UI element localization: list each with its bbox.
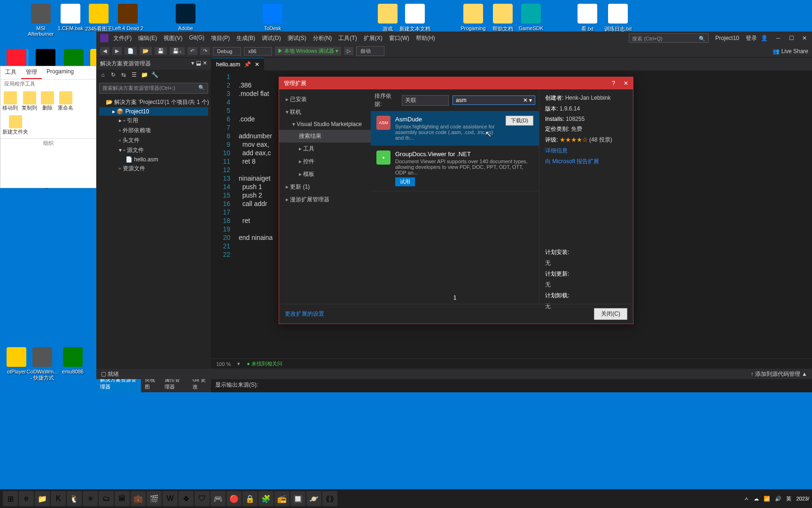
nav-online[interactable]: 联机 xyxy=(279,106,371,119)
taskbar-item[interactable]: 🐧 xyxy=(67,491,82,506)
extension-result-item[interactable]: ●GroupDocs.Viewer for .NETDocument Viewe… xyxy=(371,146,539,191)
taskbar-item[interactable]: 💼 xyxy=(131,491,146,506)
taskbar-item[interactable]: 🔲 xyxy=(290,491,305,506)
redo-button[interactable]: ↷ xyxy=(200,47,210,55)
no-debug-button[interactable]: ▷ xyxy=(344,47,353,55)
taskbar-item[interactable]: e xyxy=(19,491,34,506)
taskbar-item[interactable]: W xyxy=(163,491,178,506)
sync-icon[interactable]: ⇆ xyxy=(120,71,127,79)
tray-item[interactable]: ㅅ xyxy=(744,495,749,502)
desktop-icon[interactable]: 2345看图王 xyxy=(82,4,115,32)
menu-item[interactable]: 项目(P) xyxy=(208,32,233,44)
taskbar-item[interactable]: 🛡 xyxy=(195,491,210,506)
platform-select[interactable]: x86 xyxy=(244,47,272,56)
extension-result-item[interactable]: ASMAsmDudeSyntax highlighting and code a… xyxy=(371,111,539,146)
explorer-tab[interactable]: 管理 xyxy=(21,66,42,79)
maximize-button[interactable]: ☐ xyxy=(788,35,795,41)
sources-node[interactable]: ▾ ▫ 源文件 xyxy=(99,145,208,155)
taskbar-item[interactable]: 📁 xyxy=(35,491,50,506)
extension-search-input[interactable]: asm ✕ ▾ xyxy=(453,95,535,105)
solution-search-input[interactable]: 搜索解决方案资源管理器(Ctrl+;) 🔍 xyxy=(99,83,208,94)
desktop-icon[interactable]: CoDWaWm... - 快捷方式 xyxy=(26,347,59,381)
taskbar-item[interactable]: 🎬 xyxy=(147,491,162,506)
tray-item[interactable]: 英 xyxy=(786,495,791,502)
references-node[interactable]: ▸ ▫ 引用 xyxy=(99,116,208,126)
try-button[interactable]: 试用 xyxy=(395,177,415,186)
explorer-tab[interactable]: Progaming xyxy=(42,66,78,79)
menu-item[interactable]: 扩展(X) xyxy=(361,32,385,44)
desktop-icon[interactable]: MSI Afterburner xyxy=(24,4,57,37)
taskbar-item[interactable]: 🔒 xyxy=(242,491,258,506)
taskbar-item[interactable]: ✳ xyxy=(83,491,98,506)
taskbar-item[interactable]: 🧩 xyxy=(258,491,273,506)
desktop-icon[interactable]: ToDesk xyxy=(256,4,289,31)
menu-item[interactable]: 帮助(H) xyxy=(413,32,438,44)
taskbar-item[interactable]: K xyxy=(51,491,66,506)
menu-item[interactable]: Git(G) xyxy=(186,32,207,44)
pin-icon[interactable]: 📌 xyxy=(244,61,251,68)
resources-node[interactable]: ▫ 资源文件 xyxy=(99,164,208,174)
source-content[interactable]: .386.model flat.codeaddnumber mov eax, a… xyxy=(235,71,276,358)
show-all-icon[interactable]: 📁 xyxy=(141,71,148,79)
properties-icon[interactable]: 🔧 xyxy=(151,71,158,79)
dialog-close-button-footer[interactable]: 关闭(C) xyxy=(594,308,627,320)
menu-item[interactable]: 生成(B) xyxy=(234,32,258,44)
tray-item[interactable]: 📶 xyxy=(764,496,770,502)
collapse-icon[interactable]: ☰ xyxy=(130,71,138,79)
desktop-icon[interactable]: 新建文本文档 xyxy=(398,4,431,32)
taskbar-item[interactable]: 🏛 xyxy=(115,491,130,506)
save-button[interactable]: 💾 xyxy=(155,47,167,55)
back-button[interactable]: ◀ xyxy=(100,47,109,55)
save-all-button[interactable]: 💾₊ xyxy=(170,47,185,55)
source-control-button[interactable]: ↑ 添加到源代码管理 ▲ xyxy=(750,370,807,378)
nav-tools[interactable]: 工具 xyxy=(279,143,371,155)
download-button[interactable]: 下载(D) xyxy=(506,116,533,126)
nav-roaming[interactable]: 漫游扩展管理器 xyxy=(279,193,371,206)
ribbon-button[interactable]: 新建文件夹 xyxy=(2,115,28,135)
tray-item[interactable]: 2023/ xyxy=(796,496,809,501)
menu-item[interactable]: 工具(T) xyxy=(336,32,359,44)
nav-updates[interactable]: 更新 (1) xyxy=(279,181,371,193)
menu-item[interactable]: 窗口(W) xyxy=(386,32,412,44)
sort-select[interactable]: 关联 xyxy=(402,95,449,106)
desktop-icon[interactable]: 看.txt xyxy=(571,4,604,32)
live-share-button[interactable]: 👥 Live Share xyxy=(773,48,808,55)
menu-item[interactable]: 分析(N) xyxy=(310,32,335,44)
taskbar-item[interactable]: 🪐 xyxy=(306,491,321,506)
ribbon-button[interactable]: 删除 xyxy=(41,91,54,111)
menu-item[interactable]: 编辑(E) xyxy=(135,32,160,44)
report-link[interactable]: 向 Microsoft 报告扩展 xyxy=(545,158,599,165)
tray-item[interactable]: 🔊 xyxy=(775,496,781,502)
vs-search-input[interactable]: 搜索 (Ctrl+Q) 🔍 xyxy=(629,33,709,43)
zoom-level[interactable]: 100 % xyxy=(216,361,231,367)
ribbon-button[interactable]: 移动到 xyxy=(2,91,18,111)
desktop-icon[interactable]: Left 4 Dead 2 xyxy=(111,4,144,31)
desktop-icon[interactable]: emu8086 xyxy=(56,347,89,374)
clear-search-icon[interactable]: ✕ ▾ xyxy=(523,97,532,103)
help-button[interactable]: ? xyxy=(612,80,615,87)
start-debug-button[interactable]: ▶ 本地 Windows 调试器 ▾ xyxy=(275,47,341,56)
dialog-close-button[interactable]: ✕ xyxy=(624,80,628,87)
taskbar-item[interactable]: ⊞ xyxy=(3,491,18,506)
solution-root[interactable]: 📂 解决方案 'Project10'(1 个项目/共 1 个) xyxy=(99,97,208,107)
nav-marketplace[interactable]: Visual Studio Marketplace xyxy=(279,119,371,130)
forward-button[interactable]: ▶ xyxy=(112,47,122,55)
details-link[interactable]: 详细信息 xyxy=(545,147,568,154)
open-button[interactable]: 📂 xyxy=(140,47,152,55)
desktop-icon[interactable]: GameSDK xyxy=(515,4,547,31)
nav-controls[interactable]: 控件 xyxy=(279,155,371,168)
menu-item[interactable]: 测试(S) xyxy=(285,32,309,44)
source-file-node[interactable]: 📄 hello.asm xyxy=(99,155,208,164)
new-button[interactable]: 📄 xyxy=(125,47,137,55)
taskbar-item[interactable]: 🎮 xyxy=(211,491,226,506)
close-button[interactable]: ✕ xyxy=(801,35,808,41)
taskbar-item[interactable]: 📻 xyxy=(274,491,289,506)
config-select[interactable]: Debug xyxy=(213,47,241,56)
nav-search-results[interactable]: 搜索结果 xyxy=(279,130,371,143)
ribbon-button[interactable]: 重命名 xyxy=(58,91,73,111)
explorer-tab[interactable]: 工具 xyxy=(0,66,21,79)
menu-item[interactable]: 视图(V) xyxy=(161,32,185,44)
desktop-icon[interactable]: Progaming xyxy=(457,4,490,31)
external-deps-node[interactable]: ▫ 外部依赖项 xyxy=(99,126,208,135)
taskbar-item[interactable]: 🔴 xyxy=(226,491,242,506)
